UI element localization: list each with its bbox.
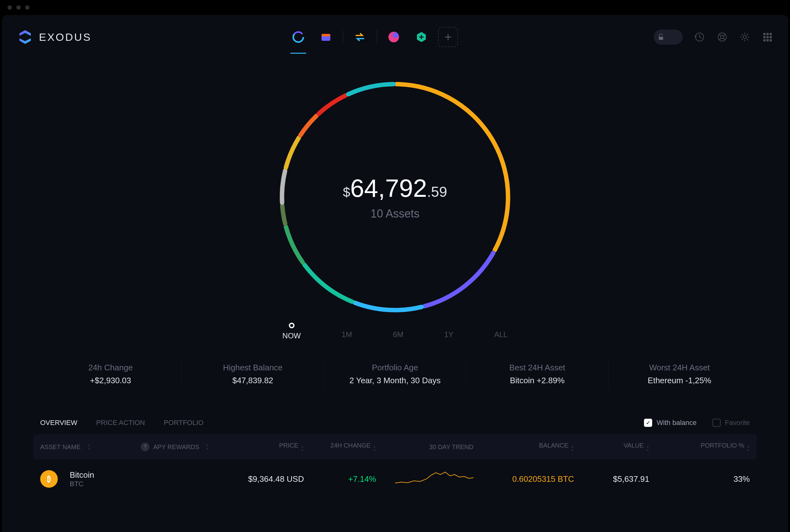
balance-cell: 0.60205315 BTC	[483, 474, 574, 484]
settings-button[interactable]	[739, 32, 750, 43]
donut-slice[interactable]	[348, 84, 393, 94]
plus-icon	[444, 33, 452, 41]
nav-profile[interactable]	[383, 26, 405, 48]
table-row[interactable]: ₿ Bitcoin BTC $9,364.48 USD +7.14% 0.602…	[33, 459, 757, 498]
col-value[interactable]: VALUE▲▼	[574, 442, 649, 452]
support-button[interactable]	[716, 32, 728, 43]
timeframe-1m[interactable]: 1M	[342, 323, 352, 339]
timeframe-all[interactable]: ALL	[494, 323, 508, 339]
dot-icon	[499, 323, 503, 327]
history-icon	[694, 32, 705, 42]
svg-rect-3	[321, 34, 330, 36]
donut-slice[interactable]	[300, 116, 317, 135]
lock-toggle[interactable]	[654, 30, 683, 44]
nav-center	[92, 26, 654, 48]
col-balance[interactable]: BALANCE▲▼	[483, 442, 574, 452]
col-apy[interactable]: ?APY REWARDS▲▼	[141, 442, 222, 451]
coin-symbol: BTC	[70, 480, 94, 488]
timeframe-1y[interactable]: 1Y	[444, 323, 453, 339]
grid-icon	[763, 32, 772, 42]
main-content: $ 64,792 .59 10 Assets NOW1M6M1YALL 24h …	[2, 59, 788, 532]
timeframe-selector: NOW1M6M1YALL	[282, 323, 507, 340]
stat-label: 24h Change	[88, 363, 133, 373]
stat-value: Bitcoin +2.89%	[510, 376, 565, 385]
app-logo[interactable]: EXODUS	[17, 29, 92, 45]
window-minimize-button[interactable]	[16, 5, 21, 10]
donut-slice[interactable]	[425, 253, 493, 306]
timeframe-now[interactable]: NOW	[282, 323, 301, 340]
change-cell: +7.14%	[304, 474, 376, 484]
checkbox-empty-icon	[712, 419, 721, 427]
table-filters: ✓ With balance Favorite	[644, 419, 750, 427]
donut-slice[interactable]	[305, 265, 352, 302]
stat-card: Best 24H AssetBitcoin +2.89%	[466, 359, 608, 389]
donut-slice[interactable]	[319, 95, 345, 114]
timeframe-label: ALL	[494, 330, 508, 339]
timeframe-label: NOW	[282, 331, 301, 340]
svg-point-8	[718, 33, 726, 41]
col-change[interactable]: 24H CHANGE▲▼	[304, 442, 376, 452]
dot-icon	[345, 323, 349, 327]
donut-chart	[276, 78, 514, 316]
filter-label: With balance	[657, 419, 696, 427]
price-cell: $9,364.48 USD	[222, 474, 304, 484]
donut-slice[interactable]	[286, 138, 299, 168]
timeframe-6m[interactable]: 6M	[393, 323, 403, 339]
donut-slice[interactable]	[282, 206, 285, 224]
nav-wallet[interactable]	[315, 26, 337, 48]
col-trend: 30 DAY TREND	[376, 443, 483, 451]
col-price[interactable]: PRICE▲▼	[222, 442, 304, 452]
nav-divider	[376, 30, 377, 44]
stat-label: Worst 24H Asset	[649, 363, 710, 373]
gear-icon	[739, 32, 750, 42]
tab-price-action[interactable]: PRICE ACTION	[96, 419, 145, 427]
col-portfolio-pct[interactable]: PORTFOLIO %▲▼	[649, 442, 750, 452]
stat-label: Highest Balance	[223, 363, 282, 373]
stat-value: $47,839.82	[232, 376, 273, 385]
filter-favorite[interactable]: Favorite	[712, 419, 750, 427]
grid-button[interactable]	[762, 32, 773, 43]
col-asset-name[interactable]: ASSET NAME▲▼	[40, 443, 141, 451]
wallet-icon	[319, 30, 333, 44]
svg-point-10	[743, 36, 746, 39]
bitcoin-icon: ₿	[40, 470, 58, 488]
donut-slice[interactable]	[286, 227, 303, 262]
value-cell: $5,637.91	[574, 474, 649, 484]
tab-portfolio[interactable]: PORTFOLIO	[164, 419, 204, 427]
nav-apps[interactable]	[410, 26, 432, 48]
exchange-icon	[353, 30, 367, 44]
stat-label: Portfolio Age	[372, 363, 418, 373]
hexagon-plus-icon	[414, 30, 428, 44]
stat-label: Best 24H Asset	[509, 363, 565, 373]
window-zoom-button[interactable]	[25, 5, 30, 10]
donut-slice[interactable]	[397, 84, 508, 250]
stat-value: 2 Year, 3 Month, 30 Days	[350, 376, 441, 385]
window-close-button[interactable]	[7, 5, 12, 10]
asset-cell: ₿ Bitcoin BTC	[40, 470, 141, 488]
svg-rect-13	[770, 33, 772, 35]
tab-overview[interactable]: OVERVIEW	[40, 419, 77, 427]
svg-rect-11	[763, 33, 766, 35]
help-icon[interactable]: ?	[141, 442, 149, 451]
table-header: ASSET NAME▲▼ ?APY REWARDS▲▼ PRICE▲▼ 24H …	[33, 434, 757, 459]
svg-rect-6	[659, 37, 663, 40]
dot-icon	[447, 323, 451, 327]
nav-portfolio[interactable]	[287, 26, 309, 48]
dot-icon	[396, 323, 400, 327]
svg-rect-15	[767, 36, 769, 38]
donut-slice[interactable]	[355, 303, 422, 310]
donut-slice[interactable]	[282, 170, 285, 203]
app-logo-text: EXODUS	[39, 31, 92, 43]
nav-exchange[interactable]	[349, 26, 371, 48]
topbar-right	[654, 30, 773, 44]
donut-icon	[291, 30, 305, 44]
nav-add[interactable]	[438, 27, 458, 47]
filter-with-balance[interactable]: ✓ With balance	[644, 419, 696, 427]
nav-divider	[342, 30, 343, 44]
svg-rect-16	[770, 36, 772, 38]
app-shell: EXODUS	[2, 15, 788, 532]
timeframe-label: 1M	[342, 330, 352, 339]
history-button[interactable]	[694, 32, 705, 43]
assets-table: OVERVIEWPRICE ACTIONPORTFOLIO ✓ With bal…	[2, 411, 788, 498]
stats-row: 24h Change+$2,930.03Highest Balance$47,8…	[2, 350, 788, 399]
